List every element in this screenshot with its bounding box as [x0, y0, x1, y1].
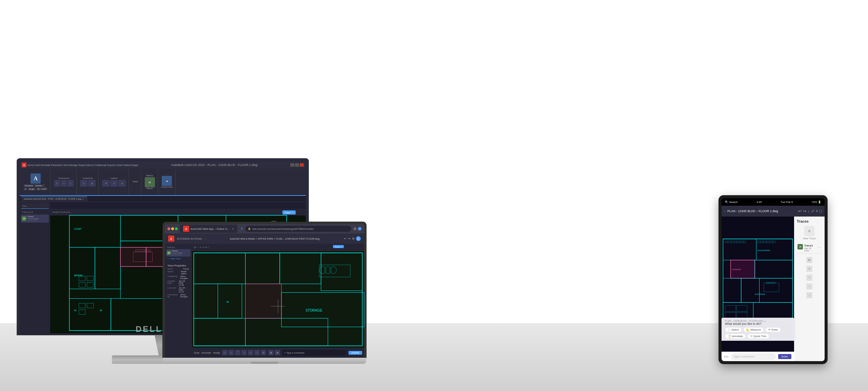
prop-space-label: Space	[167, 271, 180, 275]
mobile-trace-avatar: JD	[797, 244, 803, 249]
mobile-trace-more-btn[interactable]: …	[817, 244, 821, 249]
multiline-option[interactable]: A	[24, 188, 27, 190]
web-redo-icon[interactable]: ↪	[348, 237, 351, 240]
browser-url-bar[interactable]: 🔒 web.autocad.com/autocad/me/drawings/86…	[245, 226, 351, 232]
mobile-enter-btn[interactable]: Enter	[778, 354, 791, 359]
browser-fullscreen-dot[interactable]	[175, 227, 178, 230]
mobile-minus-icon[interactable]: −	[806, 283, 812, 290]
desktop-trace-item[interactable]: JD Trace1 Jenny Douglas Jan 09, 2025	[21, 215, 49, 223]
mobile-redo-icon[interactable]: ↪	[803, 209, 806, 213]
web-bottom-toolbar: Draw Annotate Modify □ ○ ⌒ / ⌐ ↕ ↻	[192, 348, 364, 358]
dimensions-label: Dimensions	[59, 177, 69, 179]
text-option2[interactable]: Single	[28, 188, 36, 190]
share-label: SHARE	[351, 352, 359, 354]
browser-settings-icon[interactable]: ⚙	[353, 227, 357, 231]
modify-label: Modify	[213, 352, 220, 354]
mobile-trace-item[interactable]: JD Trace1 Jan 18 2021 …	[797, 243, 822, 254]
height-option[interactable]: 34 - 4 5/8"	[36, 188, 47, 190]
centerline-btn[interactable]: ┼	[80, 180, 87, 187]
ribbon-markup-group: Markup W Wipeout	[142, 169, 158, 194]
svg-rect-5	[70, 247, 95, 289]
web-trace-item[interactable]: JD Trace1 Jenny Douglas Jan 18, 2025	[166, 249, 191, 257]
svg-rect-22	[79, 282, 85, 287]
draw-btn[interactable]: ✏ Draw	[765, 327, 781, 332]
dim-btn-3[interactable]: ↕	[67, 180, 74, 187]
centermark-btn[interactable]: ⊕	[88, 180, 96, 187]
grid-tool[interactable]: ⊞	[268, 350, 274, 355]
rect-tool[interactable]: □	[222, 350, 228, 355]
mobile-back-btn[interactable]: ‹	[724, 209, 725, 213]
mobile-command-input[interactable]: Type a command	[731, 353, 776, 360]
add-leader-btn[interactable]: ↗	[102, 180, 110, 187]
dim-btn-2[interactable]: ↔	[61, 180, 67, 187]
web-sidebar-traces-title: Traces	[166, 246, 191, 249]
web-undo-icon[interactable]: ↩	[344, 237, 347, 240]
start-label: Start	[22, 205, 27, 207]
web-trace-badge-label: Trace	[335, 246, 340, 248]
mobile-new-trace-btn[interactable]: + New Trace	[797, 226, 822, 240]
revision-cloud-btn[interactable]: ☁	[162, 176, 172, 186]
mobile-download-icon[interactable]: ↓	[808, 209, 810, 213]
minimize-btn[interactable]	[290, 163, 294, 167]
current-drawing-tab[interactable]: Autodesk AutoCAD 2022 - PLAN - 12345 BLV…	[21, 197, 87, 201]
move-tool[interactable]: ↕	[254, 350, 260, 355]
browser-minimize-dot[interactable]	[171, 227, 174, 230]
web-trace-info: Trace1 Jenny Douglas Jan 18, 2025	[172, 250, 190, 256]
mobile-status-bar: 🔍 Search 3:45 Tue Feb 9 79% 🔋	[722, 198, 825, 206]
svg-point-67	[319, 267, 326, 274]
rotate-tool[interactable]: ↻	[261, 350, 266, 355]
leaders-label: Leaders	[110, 177, 118, 179]
browser-close-dot[interactable]	[167, 227, 170, 230]
close-btn[interactable]	[300, 163, 304, 167]
annotate-btn[interactable]: 📋 Annotate	[725, 334, 746, 339]
svg-rect-62	[218, 284, 242, 318]
mobile-expand-icon[interactable]: ⤢	[811, 209, 814, 213]
web-trace-badge[interactable]: Trace ✓	[333, 245, 344, 248]
mobile-info-icon[interactable]: i	[806, 292, 812, 298]
browser-bar: A AutoCAD Web App – Online S... × + 🔒 we…	[165, 224, 364, 234]
text-button[interactable]: A	[31, 173, 41, 184]
wipeout-btn[interactable]: W	[145, 177, 155, 187]
what-panel-title: PLAN - 12345 BLVD – FLOOR (untr...) What…	[725, 320, 791, 325]
quick-trim-btn[interactable]: ✂ Quick Trim	[747, 334, 769, 339]
browser-tab[interactable]: A AutoCAD Web App – Online S... ×	[180, 225, 237, 233]
autocad-web-logo: A	[168, 236, 174, 242]
standard-text-option[interactable]: Standard	[24, 184, 34, 187]
mobile-plus-icon[interactable]: +	[806, 275, 812, 281]
mobile-what-panel: PLAN - 12345 BLVD – FLOOR (untr...) What…	[722, 318, 794, 341]
mobile-esc-label[interactable]: Esc	[724, 355, 729, 358]
remove-leader-btn[interactable]: ×	[118, 180, 126, 187]
web-share-btn[interactable]: SHARE	[349, 351, 362, 355]
browser-tab-close[interactable]: ×	[232, 227, 234, 231]
snap-tool[interactable]: ⊕	[275, 350, 280, 355]
mobile-grid-icon[interactable]: □	[820, 209, 822, 213]
drawing-tab-close[interactable]: ×	[82, 198, 84, 201]
circle-tool[interactable]: ○	[229, 350, 234, 355]
arc-tool[interactable]: ⌒	[235, 350, 240, 355]
web-command-input[interactable]: > Type a command	[282, 350, 347, 356]
font-size[interactable]: Standard	[35, 184, 45, 187]
mobile-close-icon[interactable]: ×	[816, 209, 818, 213]
prop-last-saved-by-label: Last saved by	[167, 294, 179, 298]
new-tab-btn[interactable]: +	[241, 226, 243, 231]
prop-space-value: Model space	[181, 271, 189, 275]
mobile-undo-icon[interactable]: ↩	[798, 209, 802, 213]
multileader-btn[interactable]: ⤢	[110, 180, 118, 187]
select-btn[interactable]: ⬚ Select	[725, 327, 742, 332]
mobile-grid-right-icon[interactable]: ⊞	[806, 257, 812, 263]
web-command-placeholder: > Type a command	[284, 352, 304, 354]
svg-rect-63	[194, 318, 245, 346]
dim-btn-1[interactable]: ⌇	[54, 180, 60, 187]
polyline-tool[interactable]: ⌐	[248, 350, 253, 355]
laptop-bottom	[163, 358, 366, 364]
mobile-layers-icon[interactable]: ≡	[806, 266, 812, 272]
select-label: Select	[731, 328, 739, 331]
web-settings-icon[interactable]: ⚙	[352, 237, 355, 240]
new-trace-btn[interactable]: + + New Trace	[166, 257, 191, 260]
maximize-btn[interactable]	[295, 163, 299, 167]
status-bar-search: 🔍 Search	[725, 201, 738, 204]
measure-btn[interactable]: 📐 Measure	[743, 327, 764, 332]
select-icon: ⬚	[728, 328, 731, 331]
autocad-web-name: AUTODESK AUTOCAD	[177, 238, 202, 240]
line-tool[interactable]: /	[241, 350, 247, 355]
